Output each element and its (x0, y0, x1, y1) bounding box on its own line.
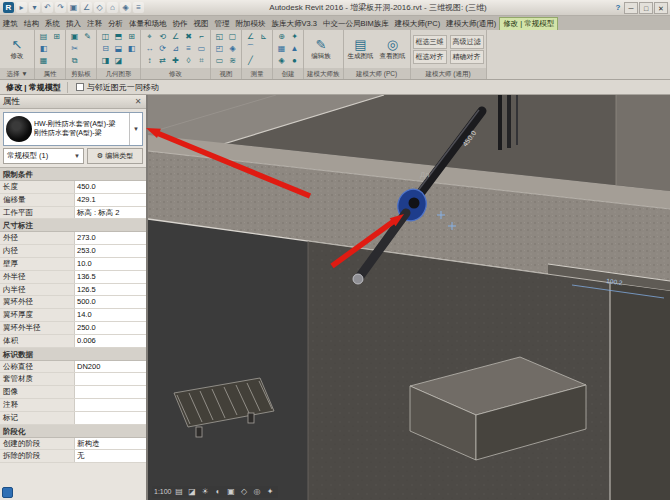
checkbox-icon[interactable] (76, 83, 84, 91)
property-value[interactable] (74, 386, 146, 398)
scale-control[interactable]: 1:100 (154, 486, 172, 498)
ribbon-tab[interactable]: 视图 (191, 18, 212, 30)
move-with-nearby-checkbox[interactable]: 与邻近图元一同移动 (68, 82, 159, 93)
property-value[interactable]: DN200 (74, 361, 146, 373)
ribbon-group-label[interactable]: 属性 (35, 68, 65, 79)
ribbon-group-label[interactable]: 选择 ▼ (0, 68, 34, 79)
create-solid-icon[interactable]: ▲ (288, 43, 301, 55)
edit-family-button[interactable]: ✎编辑族 (306, 37, 336, 61)
type-selector[interactable]: HW-刚性防水套管(A型)-梁 刚性防水套管(A型)-梁 ▼ (3, 112, 143, 146)
property-value[interactable] (74, 399, 146, 411)
frame-icon[interactable]: ▢ (226, 31, 239, 43)
join-geometry-icon[interactable]: ⊟ (99, 43, 112, 55)
property-group-header[interactable]: 标识数据 (0, 348, 146, 361)
maximize-button[interactable]: □ (639, 2, 653, 14)
angle-icon[interactable]: ∠ (169, 31, 182, 43)
property-value[interactable]: 无 (74, 450, 146, 462)
ribbon-group-label[interactable]: 修改 (141, 68, 210, 79)
ribbon-tab[interactable]: 修改 | 常规模型 (499, 17, 558, 30)
paint-icon[interactable]: ◪ (112, 55, 125, 67)
copy-icon[interactable]: ⧉ (68, 55, 81, 67)
render-icon[interactable]: ▭ (213, 55, 226, 67)
ribbon-group-label[interactable]: 测量 (242, 68, 272, 79)
thin-lines-icon[interactable]: ≡ (133, 2, 144, 13)
3d-view-icon[interactable]: ⌂ (107, 2, 118, 13)
measure-line-icon[interactable]: ╱ (244, 55, 257, 67)
detail-level-icon[interactable]: ▤ (174, 486, 185, 498)
element-filter-select[interactable]: 常规模型 (1) ▼ (3, 148, 84, 164)
ribbon-tab[interactable]: 中交一公局BIM族库 (320, 18, 392, 30)
family-types-icon[interactable]: ⊞ (50, 31, 63, 43)
measure-arc-icon[interactable]: ⌒ (244, 43, 257, 55)
rotate-icon[interactable]: ⟲ (156, 31, 169, 43)
properties-icon[interactable]: ▤ (37, 31, 50, 43)
property-value[interactable]: 0.006 (74, 335, 146, 347)
property-group-header[interactable]: 限制条件 (0, 168, 146, 181)
property-value[interactable]: 429.1 (74, 194, 146, 206)
property-value[interactable]: 126.5 (74, 284, 146, 296)
property-value[interactable]: 新构造 (74, 438, 146, 450)
create-parts-icon[interactable]: ◈ (275, 55, 288, 67)
section-box-icon[interactable]: ◱ (213, 31, 226, 43)
pin-icon[interactable]: ≡ (182, 43, 195, 55)
ribbon-group-label[interactable]: 剪贴板 (66, 68, 96, 79)
cope-icon[interactable]: ▭ (195, 43, 208, 55)
trim-icon[interactable]: ⊿ (169, 43, 182, 55)
ribbon-tab[interactable]: 系统 (42, 18, 63, 30)
swap-icon[interactable]: ⇄ (156, 55, 169, 67)
pipe-endcap-3d[interactable] (353, 274, 363, 284)
ribbon-tab[interactable]: 插入 (63, 18, 84, 30)
precise-align-button[interactable]: 精确对齐 (450, 50, 484, 64)
revit-logo-icon[interactable]: R (3, 2, 14, 13)
property-value[interactable]: 136.5 (74, 271, 146, 283)
section-icon[interactable]: ◈ (120, 2, 131, 13)
ribbon-tab[interactable]: 附加模块 (233, 18, 269, 30)
chevron-down-icon[interactable]: ▼ (129, 113, 142, 145)
wall-joins-icon[interactable]: ◨ (99, 55, 112, 67)
ribbon-group-label[interactable]: 视图 (211, 68, 241, 79)
box-select-3d-button[interactable]: 框选三维 (413, 35, 447, 49)
property-value[interactable] (74, 412, 146, 424)
cut-geometry-icon[interactable]: ◫ (99, 31, 112, 43)
property-value[interactable]: 500.0 (74, 296, 146, 308)
ribbon-tab[interactable]: 体量和场地 (126, 18, 170, 30)
close-icon[interactable]: ✕ (133, 97, 143, 106)
beam-joins-icon[interactable]: ⬒ (112, 31, 125, 43)
close-button[interactable]: ✕ (654, 2, 668, 14)
ribbon-group-label[interactable]: 几何图形 (97, 68, 140, 79)
modify-tool-button[interactable]: ↖修改 (2, 37, 32, 61)
measure-icon[interactable]: ∠ (81, 2, 92, 13)
property-value[interactable] (74, 373, 146, 385)
ribbon-group-label[interactable]: 建模大师 (PC) (344, 68, 410, 79)
temporary-hide-icon[interactable]: ◎ (252, 486, 263, 498)
property-value[interactable]: 273.0 (74, 232, 146, 244)
move-icon[interactable]: ↔ (143, 43, 156, 55)
property-value[interactable]: 450.0 (74, 181, 146, 193)
mirror-icon[interactable]: ⟳ (156, 43, 169, 55)
viewport-3d[interactable]: 450.0 Дл 100.2 (148, 95, 670, 500)
unjoin-icon[interactable]: ⬓ (112, 43, 125, 55)
property-value[interactable]: 标高 : 标高 2 (74, 207, 146, 219)
ribbon-tab[interactable]: 协作 (170, 18, 191, 30)
view-sheet-button[interactable]: ◎查看图纸 (378, 37, 408, 61)
callout-icon[interactable]: ◈ (226, 43, 239, 55)
ribbon-tab[interactable]: 管理 (212, 18, 233, 30)
property-value[interactable]: 250.0 (74, 322, 146, 334)
property-value[interactable]: 10.0 (74, 258, 146, 270)
generate-sheet-button[interactable]: ▤生成图纸 (346, 37, 376, 61)
property-group-header[interactable]: 尺寸标注 (0, 219, 146, 232)
create-similar-icon[interactable]: ✦ (288, 31, 301, 43)
ribbon-group-label[interactable]: 创建 (273, 68, 303, 79)
shadows-icon[interactable]: ◐ (213, 486, 224, 498)
array-icon[interactable]: ✚ (169, 55, 182, 67)
undo-icon[interactable]: ↶ (42, 2, 53, 13)
type-properties-icon[interactable]: ◧ (37, 43, 50, 55)
ribbon-tab[interactable]: 注释 (84, 18, 105, 30)
tag-icon[interactable]: ◇ (94, 2, 105, 13)
delete-icon[interactable]: ✖ (182, 31, 195, 43)
open-icon[interactable]: ▸ (16, 2, 27, 13)
create-void-icon[interactable]: ● (288, 55, 301, 67)
advanced-filter-button[interactable]: 高级过滤 (450, 35, 484, 49)
cut-icon[interactable]: ✂ (68, 43, 81, 55)
measure-perp-icon[interactable]: ⊾ (257, 31, 270, 43)
